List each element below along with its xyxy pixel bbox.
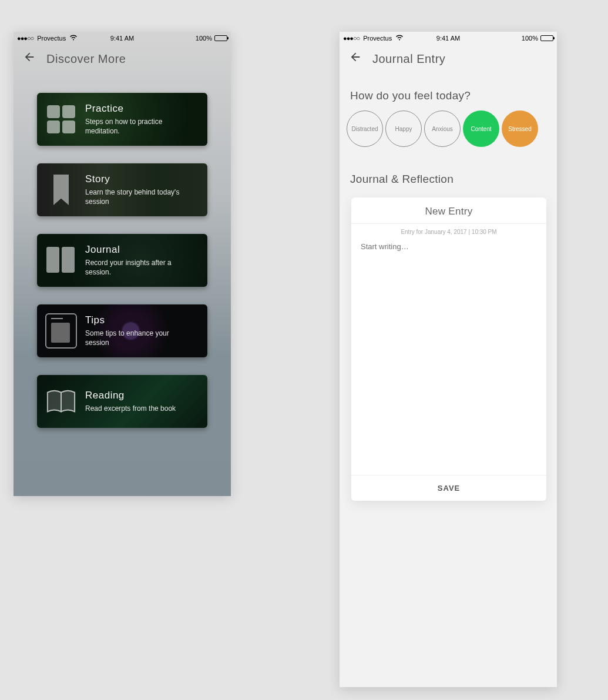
grid-icon — [45, 103, 77, 135]
back-button[interactable] — [349, 51, 362, 67]
entry-textarea[interactable] — [351, 237, 546, 473]
card-practice[interactable]: Practice Steps on how to practice medita… — [37, 93, 207, 146]
page-title: Journal Entry — [372, 52, 445, 66]
entry-heading: New Entry — [351, 197, 546, 224]
wifi-icon — [69, 34, 78, 42]
signal-dots-icon: ●●●○○ — [343, 35, 360, 42]
header: Discover More — [14, 45, 231, 75]
clock-label: 9:41 AM — [436, 35, 460, 42]
phone-journal: ●●●○○ Provectus 9:41 AM 100% Journal Ent… — [340, 32, 557, 687]
carrier-label: Provectus — [363, 35, 392, 42]
phone-discover: ●●●○○ Provectus 9:41 AM 100% Discover Mo… — [14, 32, 231, 496]
mood-distracted[interactable]: Distracted — [347, 110, 383, 147]
card-title: Journal — [85, 244, 191, 256]
mood-options: Distracted Happy Anxious Content Stresse… — [340, 110, 557, 147]
card-desc: Steps on how to practice meditation. — [85, 117, 191, 136]
status-bar: ●●●○○ Provectus 9:41 AM 100% — [14, 32, 231, 45]
entry-card: New Entry Entry for January 4, 2017 | 10… — [351, 197, 546, 501]
journal-section-title: Journal & Reflection — [340, 147, 557, 195]
mood-content[interactable]: Content — [463, 110, 499, 147]
book-icon — [45, 386, 77, 417]
card-title: Practice — [85, 103, 191, 115]
save-button[interactable]: SAVE — [351, 475, 546, 501]
card-list: Practice Steps on how to practice medita… — [14, 75, 231, 440]
status-bar: ●●●○○ Provectus 9:41 AM 100% — [340, 32, 557, 45]
card-desc: Read excerpts from the book — [85, 404, 176, 413]
wifi-icon — [395, 34, 404, 42]
card-desc: Some tips to enhance your session — [85, 329, 191, 347]
mood-happy[interactable]: Happy — [385, 110, 422, 147]
mood-question: How do you feel today? — [340, 75, 557, 110]
card-tips[interactable]: Tips Some tips to enhance your session — [37, 304, 207, 357]
clock-label: 9:41 AM — [110, 35, 134, 42]
mood-anxious[interactable]: Anxious — [424, 110, 461, 147]
card-desc: Learn the story behind today's session — [85, 187, 191, 206]
carrier-label: Provectus — [37, 35, 66, 42]
battery-icon — [540, 35, 553, 41]
journal-icon — [45, 245, 77, 276]
card-story[interactable]: Story Learn the story behind today's ses… — [37, 163, 207, 216]
signal-dots-icon: ●●●○○ — [17, 35, 33, 42]
battery-pct-label: 100% — [522, 35, 538, 42]
card-title: Story — [85, 173, 191, 185]
battery-pct-label: 100% — [196, 35, 212, 42]
back-button[interactable] — [23, 51, 36, 67]
card-title: Tips — [85, 314, 191, 326]
card-desc: Record your insights after a session. — [85, 258, 191, 277]
bookmark-icon — [45, 174, 77, 206]
card-reading[interactable]: Reading Read excerpts from the book — [37, 375, 207, 428]
mood-stressed[interactable]: Stressed — [502, 110, 538, 147]
tips-icon — [45, 315, 77, 347]
header: Journal Entry — [340, 45, 557, 75]
page-title: Discover More — [46, 52, 126, 66]
card-journal[interactable]: Journal Record your insights after a ses… — [37, 234, 207, 287]
card-title: Reading — [85, 390, 176, 401]
battery-icon — [214, 35, 227, 41]
entry-meta: Entry for January 4, 2017 | 10:30 PM — [351, 224, 546, 237]
